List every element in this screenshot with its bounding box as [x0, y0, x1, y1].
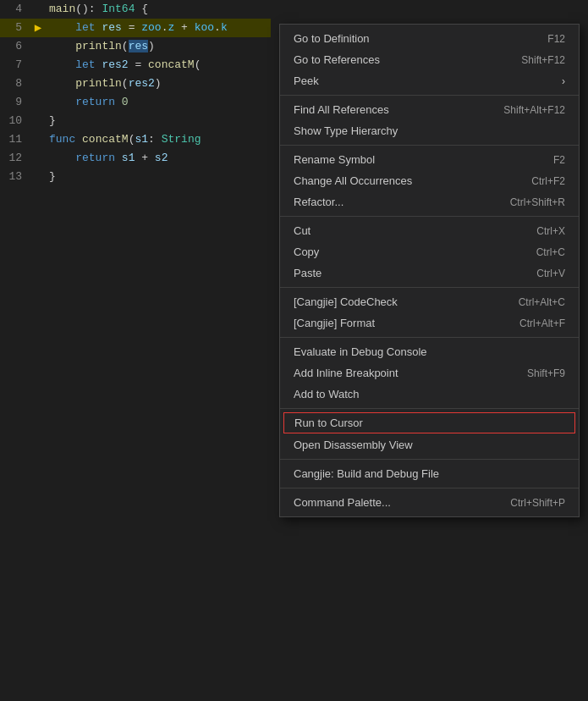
menu-item-copy[interactable]: CopyCtrl+C [280, 241, 579, 262]
menu-item-rename-symbol[interactable]: Rename SymbolF2 [280, 149, 579, 170]
menu-separator [280, 216, 579, 217]
menu-item-evaluate-debug-console[interactable]: Evaluate in Debug Console [280, 341, 579, 362]
code-line-8: 8 println(res2) [0, 75, 271, 93]
line-number-7: 7 [0, 56, 30, 75]
code-line-13: 13 } [0, 168, 271, 186]
context-menu: Go to DefinitionF12Go to ReferencesShift… [279, 24, 580, 517]
code-line-4: 4 main(): Int64 { [0, 0, 271, 19]
menu-item-change-all-occurrences[interactable]: Change All OccurrencesCtrl+F2 [280, 170, 579, 191]
menu-item-label-add-to-watch: Add to Watch [294, 388, 360, 400]
menu-item-command-palette[interactable]: Command Palette...Ctrl+Shift+P [280, 492, 579, 513]
menu-item-label-go-to-references: Go to References [294, 53, 380, 66]
menu-item-label-change-all-occurrences: Change All Occurrences [294, 174, 412, 187]
menu-item-label-add-inline-breakpoint: Add Inline Breakpoint [294, 367, 398, 379]
menu-separator [280, 337, 579, 338]
line-number-10: 10 [0, 112, 30, 130]
menu-item-shortcut-paste: Ctrl+V [536, 268, 565, 279]
menu-item-go-to-definition[interactable]: Go to DefinitionF12 [280, 28, 579, 49]
menu-item-shortcut-go-to-references: Shift+F12 [521, 54, 565, 66]
line-content-8: println(res2) [46, 75, 271, 93]
menu-item-shortcut-copy: Ctrl+C [536, 246, 565, 258]
menu-item-cangjie-build-debug[interactable]: Cangjie: Build and Debug File [280, 463, 579, 484]
menu-item-refactor[interactable]: Refactor...Ctrl+Shift+R [280, 191, 579, 213]
code-line-11: 11 func concatM(s1: String [0, 130, 271, 149]
line-number-4: 4 [0, 0, 30, 19]
line-number-9: 9 [0, 93, 30, 112]
code-line-5: 5 ▶ let res = zoo.z + koo.k [0, 19, 271, 37]
menu-item-find-all-references[interactable]: Find All ReferencesShift+Alt+F12 [280, 99, 579, 120]
menu-separator [280, 95, 579, 96]
menu-item-shortcut-cangjie-codecheck: Ctrl+Alt+C [519, 296, 565, 308]
line-content-7: let res2 = concatM( [46, 56, 271, 75]
code-line-10: 10 } [0, 112, 271, 130]
menu-separator [280, 287, 579, 288]
menu-separator [280, 488, 579, 488]
line-content-6: println(res) [46, 37, 271, 56]
line-number-6: 6 [0, 37, 30, 56]
menu-item-shortcut-find-all-references: Shift+Alt+F12 [503, 104, 565, 116]
line-number-5: 5 [0, 19, 30, 37]
menu-item-cangjie-codecheck[interactable]: [Cangjie] CodeCheckCtrl+Alt+C [280, 291, 579, 312]
line-number-11: 11 [0, 130, 30, 149]
line-content-13: } [46, 168, 271, 186]
menu-item-shortcut-rename-symbol: F2 [553, 154, 565, 166]
code-editor: 4 main(): Int64 { 5 ▶ let res = zoo.z + … [0, 0, 271, 701]
menu-item-show-type-hierarchy[interactable]: Show Type Hierarchy [280, 120, 579, 141]
code-line-9: 9 return 0 [0, 93, 271, 112]
menu-item-paste[interactable]: PasteCtrl+V [280, 262, 579, 284]
menu-item-label-copy: Copy [294, 246, 319, 258]
line-content-5: let res = zoo.z + koo.k [46, 19, 271, 37]
line-content-9: return 0 [46, 93, 271, 112]
menu-item-label-paste: Paste [294, 267, 321, 279]
menu-item-label-evaluate-debug-console: Evaluate in Debug Console [294, 345, 427, 358]
line-content-11: func concatM(s1: String [46, 130, 271, 149]
menu-separator [280, 408, 579, 409]
menu-item-label-refactor: Refactor... [294, 196, 343, 208]
menu-item-cut[interactable]: CutCtrl+X [280, 220, 579, 241]
menu-item-shortcut-go-to-definition: F12 [547, 33, 565, 45]
menu-item-shortcut-command-palette: Ctrl+Shift+P [510, 497, 565, 509]
line-number-12: 12 [0, 149, 30, 168]
line-content-10: } [46, 112, 271, 130]
menu-separator [280, 145, 579, 146]
menu-item-run-to-cursor[interactable]: Run to Cursor [283, 412, 575, 433]
menu-item-shortcut-cangjie-format: Ctrl+Alt+F [519, 317, 565, 329]
menu-item-label-show-type-hierarchy: Show Type Hierarchy [294, 124, 398, 137]
menu-item-shortcut-change-all-occurrences: Ctrl+F2 [531, 175, 565, 187]
menu-item-label-find-all-references: Find All References [294, 103, 389, 116]
line-content-12: return s1 + s2 [46, 149, 271, 168]
menu-item-label-peek: Peek [294, 75, 319, 87]
menu-item-label-run-to-cursor: Run to Cursor [294, 417, 363, 429]
chevron-right-icon: › [562, 75, 565, 87]
menu-item-open-disassembly-view[interactable]: Open Disassembly View [280, 434, 579, 455]
line-number-13: 13 [0, 168, 30, 186]
menu-item-label-cangjie-build-debug: Cangjie: Build and Debug File [294, 467, 439, 480]
code-line-6: 6 println(res) [0, 37, 271, 56]
menu-item-cangjie-format[interactable]: [Cangjie] FormatCtrl+Alt+F [280, 312, 579, 334]
menu-item-add-inline-breakpoint[interactable]: Add Inline BreakpointShift+F9 [280, 362, 579, 384]
line-number-8: 8 [0, 75, 30, 93]
menu-item-label-go-to-definition: Go to Definition [294, 32, 370, 45]
menu-item-go-to-references[interactable]: Go to ReferencesShift+F12 [280, 49, 579, 70]
menu-item-add-to-watch[interactable]: Add to Watch [280, 384, 579, 405]
menu-item-peek[interactable]: Peek› [280, 70, 579, 91]
menu-item-label-cangjie-codecheck: [Cangjie] CodeCheck [294, 295, 398, 308]
line-gutter-5: ▶ [30, 19, 46, 37]
menu-item-label-cut: Cut [294, 224, 310, 237]
menu-item-label-cangjie-format: [Cangjie] Format [294, 317, 375, 329]
menu-item-shortcut-refactor: Ctrl+Shift+R [510, 196, 565, 208]
debug-arrow-icon: ▶ [35, 19, 41, 37]
code-line-7: 7 let res2 = concatM( [0, 56, 271, 75]
menu-separator [280, 459, 579, 460]
menu-item-shortcut-add-inline-breakpoint: Shift+F9 [527, 367, 565, 379]
code-line-12: 12 return s1 + s2 [0, 149, 271, 168]
menu-item-shortcut-cut: Ctrl+X [536, 225, 565, 237]
menu-item-label-open-disassembly-view: Open Disassembly View [294, 439, 413, 451]
line-content-4: main(): Int64 { [46, 0, 271, 19]
menu-item-label-command-palette: Command Palette... [294, 496, 391, 509]
menu-item-label-rename-symbol: Rename Symbol [294, 153, 375, 166]
